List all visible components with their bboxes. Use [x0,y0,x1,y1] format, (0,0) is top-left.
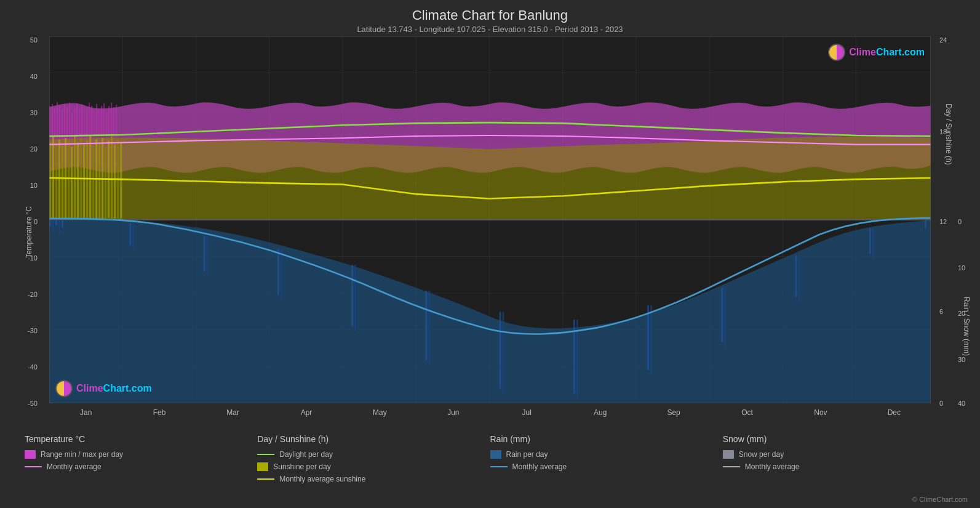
svg-rect-99 [724,288,726,347]
y-axis-left-title: Temperature °C [25,206,33,258]
svg-rect-86 [277,249,279,295]
x-label-oct: Oct [711,408,784,417]
svg-rect-87 [281,249,282,300]
svg-rect-100 [795,256,797,297]
svg-rect-64 [83,145,85,219]
svg-rect-83 [132,223,134,250]
legend-title-temperature: Temperature °C [25,434,257,444]
legend-item-temp-range: Range min / max per day [25,450,257,459]
x-label-mar: Mar [196,408,269,417]
svg-rect-57 [62,146,63,219]
svg-rect-89 [354,265,356,331]
copyright-text: © ClimeChart.com [912,496,968,503]
logo-circle-bottom [55,380,73,397]
x-label-sep: Sep [637,408,710,417]
svg-rect-61 [74,136,76,219]
chart-header: Climate Chart for Banlung Latitude 13.74… [0,0,980,36]
chart-title: Climate Chart for Banlung [0,7,980,23]
svg-rect-66 [89,136,91,219]
legend-title-snow: Snow (mm) [723,434,955,444]
svg-rect-59 [68,140,70,217]
svg-rect-101 [799,256,800,302]
legend-item-rain-avg: Monthly average [490,462,723,471]
logo-text-top: ClimeChart.com [849,47,925,58]
legend-item-sunshine-avg: Monthly average sunshine [257,475,490,483]
legend-line-rain-avg [490,466,508,467]
svg-rect-96 [647,305,649,370]
legend-line-daylight [257,454,274,455]
legend-title-sunshine: Day / Sunshine (h) [257,434,490,444]
svg-rect-62 [77,143,79,219]
x-label-may: May [343,408,416,417]
legend-item-daylight: Daylight per day [257,450,490,459]
svg-rect-88 [351,265,353,326]
svg-rect-55 [55,145,57,219]
svg-rect-67 [92,146,94,219]
legend-col-temperature: Temperature °C Range min / max per day M… [25,434,257,505]
svg-rect-91 [428,291,430,365]
legend-item-temp-avg: Monthly average [25,462,257,471]
legend-swatch-temp-range [25,450,36,459]
svg-rect-85 [207,236,209,276]
legend-line-snow-avg [723,466,740,467]
x-label-nov: Nov [784,408,857,417]
logo-top-right: ClimeChart.com [828,44,925,61]
svg-rect-80 [58,220,60,234]
legend-item-rain-swatch: Rain per day [490,450,723,459]
legend-item-sunshine-swatch: Sunshine per day [257,462,490,471]
svg-rect-79 [55,220,57,225]
legend-title-rain: Rain (mm) [490,434,723,444]
svg-rect-97 [650,305,652,375]
legend-swatch-sunshine [257,462,268,471]
svg-rect-76 [120,143,122,219]
legend-area: Temperature °C Range min / max per day M… [0,428,980,508]
svg-rect-103 [872,228,874,259]
svg-rect-81 [62,220,63,228]
logo-circle-top [828,44,845,61]
svg-rect-69 [98,143,100,219]
x-label-aug: Aug [564,408,637,417]
x-label-feb: Feb [122,408,196,417]
y-axis-right-title-top: Day / Sunshine (h) [944,103,952,164]
legend-item-snow-avg: Monthly average [723,462,955,471]
y-axis-right-title-bottom: Rain / Snow (mm) [962,297,971,356]
legend-col-rain: Rain (mm) Rain per day Monthly average [490,434,723,505]
svg-rect-98 [721,288,723,342]
chart-subtitle: Latitude 13.743 - Longitude 107.025 - El… [0,25,980,34]
main-chart-svg [49,36,931,403]
svg-rect-90 [425,291,427,360]
chart-container: Climate Chart for Banlung Latitude 13.74… [0,0,980,508]
svg-rect-84 [204,236,205,272]
svg-rect-82 [129,223,131,246]
legend-swatch-snow [723,450,734,459]
x-axis: Jan Feb Mar Apr May Jun Jul Aug Sep Oct … [49,403,931,428]
svg-rect-60 [71,147,73,218]
svg-rect-102 [869,228,871,254]
legend-swatch-rain [490,450,501,459]
svg-rect-73 [111,136,113,219]
legend-line-sunshine-avg [257,478,274,480]
x-label-dec: Dec [858,408,931,417]
x-label-apr: Apr [269,408,343,417]
svg-rect-71 [105,147,106,219]
svg-rect-93 [503,312,504,395]
svg-rect-74 [114,145,116,219]
x-label-jul: Jul [490,408,564,417]
logo-bottom-left: ClimeChart.com [55,380,152,397]
legend-col-snow: Snow (mm) Snow per day Monthly average [723,434,955,505]
svg-rect-104 [925,220,926,228]
svg-rect-78 [52,220,54,232]
legend-col-sunshine: Day / Sunshine (h) Daylight per day Suns… [257,434,490,505]
x-label-jan: Jan [49,408,122,417]
logo-text-bottom: ClimeChart.com [76,383,152,394]
legend-item-snow-swatch: Snow per day [723,450,955,459]
x-label-jun: Jun [416,408,490,417]
svg-rect-92 [500,312,501,389]
legend-line-temp-avg [25,466,42,467]
